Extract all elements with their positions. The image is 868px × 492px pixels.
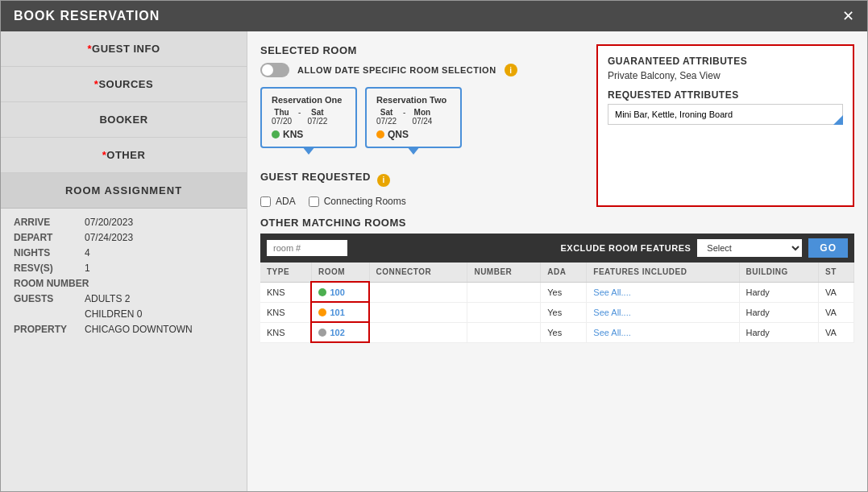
res-two-room: QNS — [376, 129, 451, 140]
sidebar-info: ARRIVE 07/20/2023 DEPART 07/24/2023 NIGH… — [1, 209, 247, 343]
toggle-row: ALLOW DATE SPECIFIC ROOM SELECTION i — [260, 63, 584, 77]
room-number-row: ROOM NUMBER — [14, 278, 234, 289]
top-row: SELECTED ROOM ALLOW DATE SPECIFIC ROOM S… — [260, 44, 854, 207]
room-number-link[interactable]: 100 — [330, 287, 344, 297]
res-one-room: KNS — [272, 129, 346, 140]
cell-features: See All.... — [587, 322, 739, 342]
cell-room: 100 — [311, 282, 369, 302]
res-two-dates: Sat 07/22 - Mon 07/24 — [376, 108, 451, 126]
ada-checkbox-label[interactable]: ADA — [260, 196, 296, 207]
cell-building: Hardy — [739, 322, 819, 342]
rooms-table: TYPE ROOM CONNECTOR NUMBER ADA FEATURES … — [260, 263, 854, 343]
room-number-link[interactable]: 101 — [330, 308, 344, 317]
gray-dot-icon — [318, 329, 326, 337]
sidebar: *GUEST INFO *SOURCES BOOKER *OTHER ROOM … — [1, 31, 247, 491]
rooms-table-header: TYPE ROOM CONNECTOR NUMBER ADA FEATURES … — [260, 263, 854, 282]
resvs-row: RESV(S) 1 — [14, 263, 234, 274]
sidebar-item-booker[interactable]: BOOKER — [1, 102, 247, 138]
col-features: FEATURES INCLUDED — [587, 263, 739, 282]
room-assignment-section: ROOM ASSIGNMENT — [1, 173, 247, 209]
modal-body: *GUEST INFO *SOURCES BOOKER *OTHER ROOM … — [1, 31, 867, 491]
room-search-input[interactable] — [267, 240, 347, 256]
res-one-title: Reservation One — [272, 95, 346, 105]
cell-ada: Yes — [541, 322, 587, 342]
res-two-from: Sat 07/22 — [376, 108, 397, 126]
see-all-link[interactable]: See All.... — [593, 308, 630, 317]
guest-requested-section: GUEST REQUESTED i ADA Connecting Rooms — [260, 171, 584, 207]
connecting-rooms-checkbox[interactable] — [309, 196, 319, 207]
orange-dot-icon — [318, 308, 326, 316]
orange-dot-icon — [376, 130, 384, 139]
arrive-row: ARRIVE 07/20/2023 — [14, 217, 234, 228]
cell-type: KNS — [260, 282, 311, 302]
cell-connector — [369, 302, 467, 322]
guest-requested-title: GUEST REQUESTED — [260, 171, 371, 183]
go-button[interactable]: GO — [808, 238, 848, 258]
col-number: NUMBER — [467, 263, 541, 282]
modal-header: BOOK RESERVATION ✕ — [1, 1, 867, 31]
selected-room-title: SELECTED ROOM — [260, 44, 584, 56]
res-two-to: Mon 07/24 — [412, 108, 432, 126]
ada-checkbox[interactable] — [260, 196, 271, 207]
cell-room: 101 — [311, 302, 369, 322]
date-specific-toggle[interactable] — [260, 63, 289, 77]
modal-close-button[interactable]: ✕ — [842, 9, 854, 23]
guaranteed-attributes-title: GUARANTEED ATTRIBUTES — [608, 56, 843, 67]
header-row: TYPE ROOM CONNECTOR NUMBER ADA FEATURES … — [260, 263, 854, 282]
property-row: PROPERTY CHICAGO DOWNTOWN — [14, 324, 234, 335]
cell-st: VA — [819, 302, 854, 322]
reservation-card-one[interactable]: Reservation One Thu 07/20 - Sat 07/22 — [260, 87, 357, 148]
cell-st: VA — [819, 282, 854, 302]
children-row: CHILDREN 0 — [14, 308, 234, 320]
cell-ada: Yes — [541, 282, 587, 302]
table-row: KNS 100 Yes See All.... Hardy VA — [260, 282, 854, 302]
attributes-panel: GUARANTEED ATTRIBUTES Private Balcony, S… — [596, 44, 854, 207]
res-two-title: Reservation Two — [376, 95, 451, 105]
col-connector: CONNECTOR — [369, 263, 467, 282]
reservation-card-two[interactable]: Reservation Two Sat 07/22 - Mon 07/24 — [365, 87, 462, 148]
cell-connector — [369, 282, 467, 302]
cell-connector — [369, 322, 467, 342]
depart-row: DEPART 07/24/2023 — [14, 232, 234, 243]
cell-ada: Yes — [541, 302, 587, 322]
sidebar-item-guest-info[interactable]: *GUEST INFO — [1, 31, 247, 67]
connecting-rooms-checkbox-label[interactable]: Connecting Rooms — [309, 196, 406, 207]
rooms-filter-bar: EXCLUDE ROOM FEATURES Select GO — [260, 234, 854, 263]
green-dot-icon — [318, 288, 326, 296]
see-all-link[interactable]: See All.... — [593, 328, 630, 337]
cell-building: Hardy — [739, 282, 819, 302]
sidebar-item-other[interactable]: *OTHER — [1, 138, 247, 173]
requested-attributes-wrapper: Mini Bar, Kettle, Ironing Board — [608, 104, 843, 125]
toggle-info-icon[interactable]: i — [505, 64, 517, 76]
cell-number — [467, 322, 541, 342]
rooms-table-body: KNS 100 Yes See All.... Hardy VA KNS 101 — [260, 282, 854, 342]
res-one-to: Sat 07/22 — [307, 108, 327, 126]
cell-st: VA — [819, 322, 854, 342]
res-two-arrow-icon — [407, 147, 420, 155]
green-dot-icon — [272, 130, 280, 139]
cell-type: KNS — [260, 302, 311, 322]
cell-number — [467, 302, 541, 322]
requested-attributes-input[interactable]: Mini Bar, Kettle, Ironing Board — [608, 104, 843, 125]
col-ada: ADA — [541, 263, 587, 282]
cell-type: KNS — [260, 322, 311, 342]
see-all-link[interactable]: See All.... — [593, 287, 630, 297]
cell-number — [467, 282, 541, 302]
res-one-dates: Thu 07/20 - Sat 07/22 — [272, 108, 346, 126]
book-reservation-modal: BOOK RESERVATION ✕ *GUEST INFO *SOURCES … — [0, 0, 868, 492]
exclude-select[interactable]: Select — [697, 239, 802, 257]
res-one-from: Thu 07/20 — [272, 108, 292, 126]
col-room: ROOM — [311, 263, 369, 282]
guaranteed-attributes-value: Private Balcony, Sea View — [608, 70, 843, 81]
guest-requested-info-icon[interactable]: i — [377, 174, 390, 187]
cell-features: See All.... — [587, 282, 739, 302]
other-matching-rooms-section: OTHER MATCHING ROOMS EXCLUDE ROOM FEATUR… — [260, 217, 854, 478]
main-content: SELECTED ROOM ALLOW DATE SPECIFIC ROOM S… — [247, 31, 867, 491]
other-matching-rooms-title: OTHER MATCHING ROOMS — [260, 217, 854, 229]
reservations-row: Reservation One Thu 07/20 - Sat 07/22 — [260, 87, 584, 148]
room-number-link[interactable]: 102 — [330, 328, 344, 337]
nights-row: NIGHTS 4 — [14, 247, 234, 258]
cell-room: 102 — [311, 322, 369, 342]
exclude-label: EXCLUDE ROOM FEATURES — [560, 243, 691, 253]
sidebar-item-sources[interactable]: *SOURCES — [1, 67, 247, 102]
